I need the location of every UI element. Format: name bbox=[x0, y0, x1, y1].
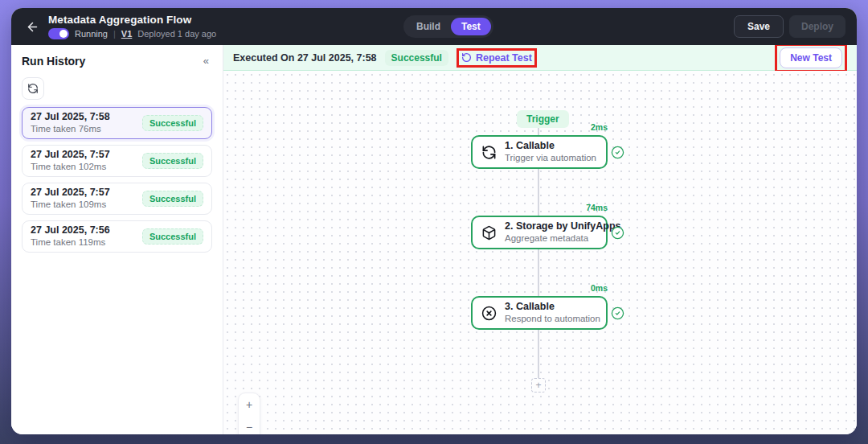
tab-build[interactable]: Build bbox=[406, 18, 451, 35]
run-list-item[interactable]: 27 Jul 2025, 7:57 Time taken 109ms Succe… bbox=[22, 183, 212, 215]
node-title: 1. Callable bbox=[505, 140, 596, 153]
node-duration: 2ms bbox=[471, 122, 608, 132]
node-title: 2. Storage by UnifyApps bbox=[505, 220, 620, 233]
run-time-taken: Time taken 109ms bbox=[31, 199, 110, 211]
zoom-in-button[interactable]: + bbox=[238, 393, 260, 416]
run-date: 27 Jul 2025, 7:56 bbox=[31, 224, 110, 237]
run-time-taken: Time taken 76ms bbox=[31, 123, 110, 135]
running-toggle[interactable] bbox=[48, 28, 69, 39]
run-time-taken: Time taken 102ms bbox=[31, 161, 110, 173]
node-storage-unifyapps[interactable]: 2. Storage by UnifyApps Aggregate metada… bbox=[471, 216, 608, 249]
run-list-item[interactable]: 27 Jul 2025, 7:56 Time taken 119ms Succe… bbox=[22, 220, 212, 253]
page-title: Metadata Aggregation Flow bbox=[48, 14, 216, 26]
repeat-icon bbox=[461, 52, 472, 63]
running-status-label: Running bbox=[75, 29, 108, 39]
new-test-annotation-box: New Test bbox=[775, 43, 847, 72]
status-badge: Successful bbox=[142, 153, 203, 169]
status-badge: Successful bbox=[142, 191, 203, 207]
run-history-title: Run History bbox=[22, 55, 85, 68]
node-callable-respond[interactable]: 3. Callable Respond to automation bbox=[471, 296, 608, 330]
node-subtitle: Respond to automation bbox=[505, 313, 600, 325]
version-link[interactable]: V1 bbox=[121, 29, 132, 39]
node-duration: 0ms bbox=[471, 283, 608, 293]
run-date: 27 Jul 2025, 7:58 bbox=[31, 111, 110, 124]
save-button[interactable]: Save bbox=[734, 15, 784, 38]
run-list-item[interactable]: 27 Jul 2025, 7:57 Time taken 102ms Succe… bbox=[22, 145, 212, 177]
tab-test[interactable]: Test bbox=[451, 18, 491, 35]
run-history-sidebar: Run History « 27 Jul 2025, 7:58 Time tak… bbox=[11, 45, 223, 434]
zoom-out-button[interactable]: − bbox=[238, 416, 260, 434]
node-title: 3. Callable bbox=[505, 301, 600, 314]
run-date: 27 Jul 2025, 7:57 bbox=[31, 149, 110, 162]
refresh-runs-button[interactable] bbox=[22, 77, 44, 100]
meta-separator: | bbox=[113, 29, 116, 39]
node-duration: 74ms bbox=[471, 203, 608, 212]
flow-canvas[interactable]: Trigger 2ms 1. Callable Trigger via auto… bbox=[223, 71, 857, 434]
back-arrow-icon[interactable] bbox=[23, 17, 42, 36]
run-date: 27 Jul 2025, 7:57 bbox=[31, 187, 110, 199]
top-header: Metadata Aggregation Flow Running | V1 D… bbox=[11, 8, 857, 45]
execution-status-badge: Successful bbox=[385, 50, 448, 66]
add-step-button[interactable]: + bbox=[531, 378, 546, 393]
toggle-knob bbox=[59, 30, 68, 38]
repeat-test-button[interactable]: Repeat Test bbox=[461, 52, 532, 64]
deploy-button[interactable]: Deploy bbox=[789, 15, 845, 38]
repeat-test-annotation-box: Repeat Test bbox=[457, 48, 537, 68]
circle-x-icon bbox=[481, 306, 497, 321]
status-badge: Successful bbox=[142, 115, 203, 131]
run-list: 27 Jul 2025, 7:58 Time taken 76ms Succes… bbox=[22, 107, 212, 253]
check-circle-icon bbox=[611, 306, 624, 320]
node-callable-trigger[interactable]: 1. Callable Trigger via automation bbox=[471, 135, 608, 169]
plus-icon: + bbox=[535, 380, 541, 391]
collapse-sidebar-icon[interactable]: « bbox=[200, 53, 212, 68]
build-test-segmented-control: Build Test bbox=[403, 15, 493, 38]
repeat-test-label: Repeat Test bbox=[476, 52, 532, 64]
run-list-item[interactable]: 27 Jul 2025, 7:58 Time taken 76ms Succes… bbox=[22, 107, 212, 139]
sync-icon bbox=[481, 145, 497, 160]
executed-on-label: Executed On 27 Jul 2025, 7:58 bbox=[233, 52, 377, 64]
deployed-label: Deployed 1 day ago bbox=[137, 29, 216, 39]
node-subtitle: Aggregate metadata bbox=[505, 232, 620, 245]
refresh-icon bbox=[27, 83, 39, 94]
new-test-button[interactable]: New Test bbox=[780, 47, 842, 68]
node-subtitle: Trigger via automation bbox=[505, 152, 596, 164]
canvas-zoom-controls: + − bbox=[238, 393, 260, 434]
test-execution-bar: Executed On 27 Jul 2025, 7:58 Successful… bbox=[223, 45, 857, 71]
package-icon bbox=[481, 225, 497, 240]
run-time-taken: Time taken 119ms bbox=[31, 236, 110, 249]
check-circle-icon bbox=[611, 226, 624, 240]
check-circle-icon bbox=[611, 146, 624, 159]
app-window: Metadata Aggregation Flow Running | V1 D… bbox=[11, 8, 857, 434]
status-badge: Successful bbox=[142, 228, 203, 245]
